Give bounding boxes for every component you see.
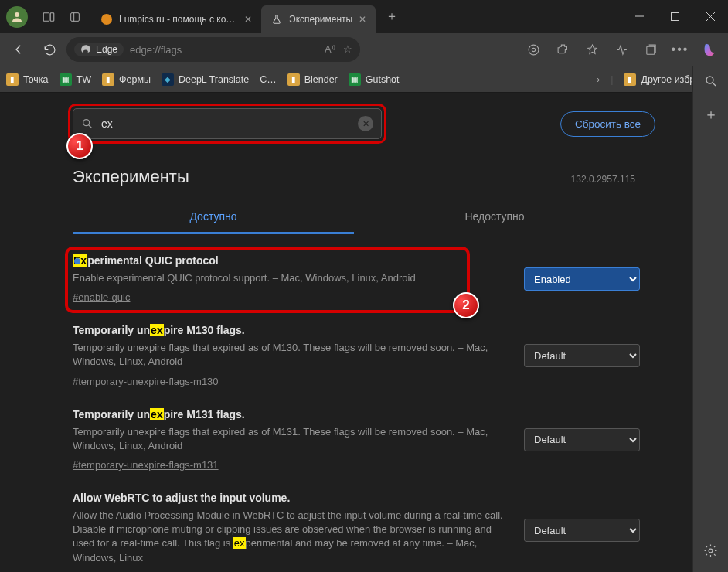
svg-line-13 [712,83,715,86]
svg-rect-11 [646,46,654,54]
flask-icon [270,13,283,26]
annotation-callout-2: 2 [453,292,479,318]
bookmark-item[interactable]: ▮Blender [287,73,338,86]
profile-avatar[interactable] [6,6,28,28]
refresh-button[interactable] [36,36,63,63]
new-tab-button[interactable]: ＋ [380,0,403,33]
bookmark-item[interactable]: ▦Gutshot [349,73,400,86]
collections-icon[interactable] [637,36,665,63]
settings-sidebar-icon[interactable] [703,543,718,561]
bookmarks-bar: ▮Точка ▦TW ▮Фермы ◆DeepL Translate – C… … [0,66,728,92]
bookmark-label: Точка [23,74,49,85]
tab-strip: Lumpics.ru - помощь с компьют ✕ Эксперим… [91,0,403,33]
tab-row: Доступно Недоступно [73,201,635,234]
flags-list[interactable]: Experimental QUIC protocolEnable experim… [29,234,663,567]
bookmark-item[interactable]: ▮Точка [6,73,49,86]
close-icon[interactable]: ✕ [359,14,366,25]
favorites-icon[interactable] [578,36,606,63]
more-icon[interactable]: ••• [666,36,694,63]
minimize-button[interactable] [621,0,657,33]
overflow-chevron-icon[interactable]: › [597,74,600,85]
bookmark-label: TW [77,74,91,85]
right-sidebar: ＋ [692,66,728,572]
flag-select[interactable]: Default [524,428,640,451]
flag-select[interactable]: Enabled [524,267,640,291]
site-icon: ◆ [162,73,174,86]
copilot-icon[interactable] [696,36,723,63]
flag-item: Temporarily unexpire M130 flags.Temporar… [29,315,663,398]
svg-rect-6 [671,13,679,21]
svg-point-0 [15,12,19,17]
url-text: edge://flags [130,44,182,56]
bookmark-label: DeepL Translate – C… [179,74,277,85]
svg-point-12 [706,77,713,83]
extensions-icon[interactable] [549,36,577,63]
flag-select[interactable]: Default [524,519,640,542]
back-button[interactable] [5,36,32,63]
reader-icon[interactable]: A)) [325,43,335,55]
svg-rect-3 [71,12,80,21]
flag-title: Temporarily unexpire M131 flags. [73,408,509,420]
tab-title: Lumpics.ru - помощь с компьют [119,14,238,25]
flag-select[interactable]: Default [524,344,640,367]
svg-point-10 [532,48,535,51]
address-bar[interactable]: Edge edge://flags A)) ☆ [66,37,360,62]
flag-item: Experimental QUIC protocolEnable experim… [29,245,663,315]
bookmark-label: Gutshot [366,74,400,85]
favorite-icon[interactable]: ☆ [343,43,352,55]
flag-description: Temporarily unexpire flags that expired … [73,341,509,369]
tab-experiments[interactable]: Эксперименты ✕ [261,5,376,33]
folder-icon: ▮ [287,73,300,86]
modified-dot-icon [74,258,80,264]
flag-title: Temporarily unexpire M130 flags. [73,324,509,336]
flag-title: Experimental QUIC protocol [73,254,509,267]
version-text: 132.0.2957.115 [571,174,635,185]
bookmark-item[interactable]: ▦TW [60,73,91,86]
tab-title: Эксперименты [289,14,352,25]
site-identity[interactable]: Edge [74,43,124,56]
toolbar: Edge edge://flags A)) ☆ ••• [0,33,728,66]
vertical-tabs-icon[interactable] [62,4,88,30]
maximize-button[interactable] [657,0,692,33]
workspaces-icon[interactable] [36,4,62,30]
svg-rect-1 [43,12,49,21]
performance-icon[interactable] [607,36,635,63]
flag-hash-link[interactable]: #enable-quic [73,291,130,303]
page-title: Эксперименты [73,167,189,187]
favicon-lumpics [100,13,113,26]
svg-rect-2 [50,12,54,21]
flag-description: Allow the Audio Processing Module in Web… [73,509,509,565]
bookmark-item[interactable]: ◆DeepL Translate – C… [162,73,277,86]
tracking-icon[interactable] [519,36,547,63]
bookmark-label: Фермы [119,74,151,85]
bookmark-label: Blender [304,74,338,85]
search-icon [81,117,94,130]
svg-point-14 [709,549,713,553]
tab-unavailable[interactable]: Недоступно [354,201,635,234]
edge-label: Edge [96,44,117,55]
clear-search-button[interactable]: ✕ [358,116,373,131]
flag-description: Enable experimental QUIC protocol suppor… [73,271,509,285]
folder-icon: ▮ [102,73,114,86]
close-button[interactable] [692,0,728,33]
reset-all-button[interactable]: Сбросить все [560,111,655,137]
search-input[interactable] [101,117,350,130]
flag-description: Temporarily unexpire flags that expired … [73,425,509,453]
search-sidebar-icon[interactable] [704,74,718,91]
svg-point-9 [529,45,539,55]
bookmark-item[interactable]: ▮Фермы [102,73,151,86]
search-box: ✕ [73,108,382,139]
folder-icon: ▮ [624,73,636,86]
close-icon[interactable]: ✕ [244,14,252,25]
folder-icon: ▮ [6,73,19,86]
page-content: ✕ Сбросить все 1 Эксперименты 132.0.2957… [0,93,692,572]
flag-hash-link[interactable]: #temporary-unexpire-flags-m131 [73,459,219,471]
tab-available[interactable]: Доступно [73,201,354,234]
titlebar: Lumpics.ru - помощь с компьют ✕ Эксперим… [0,0,728,33]
flag-hash-link[interactable]: #temporary-unexpire-flags-m130 [73,376,219,387]
svg-point-15 [83,120,90,126]
add-sidebar-icon[interactable]: ＋ [704,105,718,124]
flag-item: Allow WebRTC to adjust the input volume.… [29,482,663,567]
tab-lumpics[interactable]: Lumpics.ru - помощь с компьют ✕ [91,5,261,33]
annotation-callout-1: 1 [66,133,93,159]
